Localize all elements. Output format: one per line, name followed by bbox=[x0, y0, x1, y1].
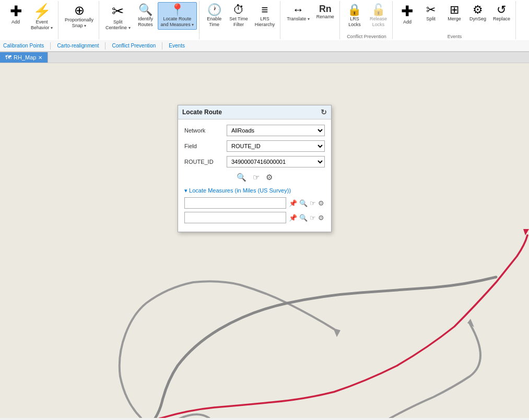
rename-label: Rename bbox=[316, 14, 334, 20]
proportionally-snap-button[interactable]: ⊕ ProportionallySnap bbox=[62, 2, 97, 31]
measure-from-hand-icon[interactable]: ☞ bbox=[309, 199, 316, 208]
rename-button[interactable]: Rn Rename bbox=[313, 2, 337, 22]
group-locks-buttons: 🔒 LRSLocks 🔓 ReleaseLocks bbox=[343, 2, 390, 33]
locate-route-button[interactable]: 📍 Locate Routeand Measures bbox=[158, 2, 197, 30]
field-select[interactable]: ROUTE_ID bbox=[227, 140, 325, 152]
lrs-locks-button[interactable]: 🔒 LRSLocks bbox=[343, 2, 366, 30]
split-centerline-button[interactable]: ✂ SplitCenterline bbox=[102, 2, 134, 33]
events-add-icon: ✚ bbox=[401, 4, 413, 19]
measure-from-settings-icon[interactable]: ⚙ bbox=[318, 199, 325, 208]
map-tabs: 🗺 RH_Map ✕ bbox=[0, 52, 529, 63]
dynseg-icon: ⚙ bbox=[473, 4, 483, 16]
lrs-locks-icon: 🔒 bbox=[347, 4, 361, 16]
events-add-label: Add bbox=[403, 19, 412, 25]
measure-from-icons: 📌 🔍 ☞ ⚙ bbox=[288, 199, 325, 208]
sub-ribbon: Calibration Points Carto-realignment Con… bbox=[0, 40, 529, 52]
enable-time-label: EnableTime bbox=[207, 16, 221, 28]
lrs-hierarchy-button[interactable]: ≡ LRSHierarchy bbox=[252, 2, 278, 30]
snap-icon: ⊕ bbox=[74, 4, 85, 17]
map-icon: 🗺 bbox=[5, 54, 11, 61]
measure-to-icons: 📌 🔍 ☞ ⚙ bbox=[288, 213, 325, 222]
events-tab[interactable]: Events bbox=[169, 43, 185, 49]
measure-from-input[interactable] bbox=[184, 197, 286, 209]
field-row: Field ROUTE_ID bbox=[184, 140, 325, 152]
replace-label: Replace bbox=[493, 16, 510, 22]
settings-button[interactable]: ⚙ bbox=[265, 172, 274, 183]
network-select[interactable]: AllRoads bbox=[227, 125, 325, 136]
translate-icon: ↔ bbox=[292, 4, 304, 16]
dynseg-button[interactable]: ⚙ DynSeg bbox=[466, 2, 489, 24]
measure-to-search-icon[interactable]: 🔍 bbox=[299, 213, 308, 222]
field-label: Field bbox=[184, 143, 224, 149]
enable-time-button[interactable]: 🕐 EnableTime bbox=[203, 2, 226, 30]
dynseg-label: DynSeg bbox=[469, 16, 486, 22]
merge-label: Merge bbox=[448, 16, 461, 22]
network-row: Network AllRoads bbox=[184, 125, 325, 136]
group-snap-buttons: ⊕ ProportionallySnap bbox=[62, 2, 97, 38]
add-button[interactable]: ✚ Add bbox=[4, 2, 27, 27]
set-time-filter-icon: ⏱ bbox=[233, 4, 244, 16]
conflict-prevention-tab[interactable]: Conflict Prevention bbox=[112, 43, 156, 49]
sep2 bbox=[105, 42, 105, 50]
group-edit: ✂ SplitCenterline 🔍 IdentifyRoutes 📍 Loc… bbox=[100, 1, 199, 39]
calibration-points-tab[interactable]: Calibration Points bbox=[3, 43, 44, 49]
release-locks-icon: 🔓 bbox=[371, 4, 385, 16]
group-time-buttons: 🕐 EnableTime ⏱ Set TimeFilter ≡ LRSHiera… bbox=[203, 2, 278, 38]
measure-to-input[interactable] bbox=[184, 212, 286, 223]
events-split-label: Split bbox=[426, 16, 436, 22]
enable-time-icon: 🕐 bbox=[207, 4, 221, 16]
release-locks-label: ReleaseLocks bbox=[370, 16, 387, 28]
add-label: Add bbox=[11, 19, 20, 25]
refresh-button[interactable]: ↻ bbox=[321, 108, 327, 116]
event-behavior-icon: ⚡ bbox=[33, 4, 51, 19]
measure-from-pin-icon[interactable]: 📌 bbox=[288, 199, 298, 208]
identify-routes-label: IdentifyRoutes bbox=[138, 16, 153, 28]
replace-icon: ↺ bbox=[497, 4, 506, 16]
network-label: Network bbox=[184, 127, 224, 134]
snap-label: ProportionallySnap bbox=[65, 17, 93, 29]
map-tab-label: RH_Map bbox=[14, 54, 36, 61]
hand-button[interactable]: ☞ bbox=[252, 172, 261, 183]
sep3 bbox=[162, 42, 162, 50]
set-time-filter-button[interactable]: ⏱ Set TimeFilter bbox=[226, 2, 251, 30]
ribbon: ✚ Add ⚡ EventBehavior ⊕ ProportionallySn… bbox=[0, 0, 529, 52]
close-map-tab[interactable]: ✕ bbox=[38, 55, 42, 61]
group-translate-buttons: ↔ Translate Rn Rename bbox=[284, 2, 337, 38]
identify-routes-icon: 🔍 bbox=[138, 4, 152, 16]
split-centerline-icon: ✂ bbox=[112, 4, 124, 19]
split-centerline-label: SplitCenterline bbox=[105, 19, 131, 31]
events-split-button[interactable]: ✂ Split bbox=[419, 2, 442, 24]
group-events-buttons: ✚ Add ✂ Split ⊞ Merge ⚙ DynSeg ↺ Repla bbox=[396, 2, 513, 33]
group-locks: 🔒 LRSLocks 🔓 ReleaseLocks Conflict Preve… bbox=[341, 1, 393, 39]
routeid-label: ROUTE_ID bbox=[184, 159, 224, 165]
locate-measures: ▾ Locate Measures (in Miles (US Survey))… bbox=[184, 187, 325, 223]
carto-realignment-tab[interactable]: Carto-realignment bbox=[57, 43, 99, 49]
routeid-select[interactable]: 34900007416000001 bbox=[227, 156, 325, 167]
group-translate: ↔ Translate Rn Rename bbox=[281, 1, 340, 39]
merge-button[interactable]: ⊞ Merge bbox=[443, 2, 466, 24]
map-canvas: Locate Route ↻ Network AllRoads Field RO… bbox=[0, 63, 529, 418]
search-button[interactable]: 🔍 bbox=[236, 172, 248, 183]
events-add-button[interactable]: ✚ Add bbox=[396, 2, 419, 27]
measure-to-settings-icon[interactable]: ⚙ bbox=[318, 213, 325, 222]
event-behavior-label: EventBehavior bbox=[31, 19, 53, 31]
ribbon-body: ✚ Add ⚡ EventBehavior ⊕ ProportionallySn… bbox=[0, 0, 529, 40]
event-behavior-button[interactable]: ⚡ EventBehavior bbox=[28, 2, 56, 33]
rh-map-tab[interactable]: 🗺 RH_Map ✕ bbox=[0, 52, 48, 63]
replace-button[interactable]: ↺ Replace bbox=[490, 2, 513, 24]
identify-routes-button[interactable]: 🔍 IdentifyRoutes bbox=[134, 2, 157, 30]
measure-from-search-icon[interactable]: 🔍 bbox=[299, 199, 308, 208]
lrs-hierarchy-icon: ≡ bbox=[261, 4, 268, 16]
locate-route-icon: 📍 bbox=[170, 4, 184, 16]
measure-to-pin-icon[interactable]: 📌 bbox=[288, 213, 298, 222]
merge-icon: ⊞ bbox=[450, 4, 459, 16]
group-edit-buttons: ✂ SplitCenterline 🔍 IdentifyRoutes 📍 Loc… bbox=[102, 2, 197, 38]
lrs-locks-label: LRSLocks bbox=[348, 16, 361, 28]
group-time: 🕐 EnableTime ⏱ Set TimeFilter ≡ LRSHiera… bbox=[201, 1, 280, 39]
release-locks-button[interactable]: 🔓 ReleaseLocks bbox=[367, 2, 390, 30]
group-add-buttons: ✚ Add ⚡ EventBehavior bbox=[4, 2, 56, 38]
locate-measures-header[interactable]: ▾ Locate Measures (in Miles (US Survey)) bbox=[184, 187, 325, 194]
translate-button[interactable]: ↔ Translate bbox=[284, 2, 313, 24]
search-actions: 🔍 ☞ ⚙ bbox=[184, 172, 325, 183]
measure-to-hand-icon[interactable]: ☞ bbox=[309, 213, 316, 222]
